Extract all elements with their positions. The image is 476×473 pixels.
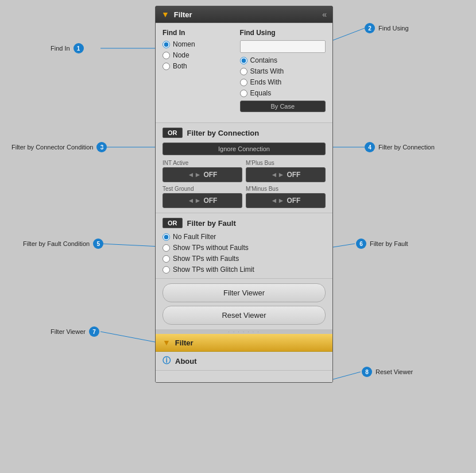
annotation-badge-8: 8 — [362, 367, 372, 377]
fault-with-faults-label: Show TPs with Faults — [173, 255, 239, 263]
find-using-radio-group: Contains Starts With Ends With Equals — [240, 56, 326, 97]
find-using-starts-with-radio[interactable] — [240, 68, 247, 75]
annotation-label-3: Filter by Connector Condition — [11, 144, 93, 151]
action-buttons: Filter Viewer Reset Viewer — [156, 279, 332, 329]
filter-fault-section: OR Filter by Fault No Fault Filter Show … — [156, 213, 332, 279]
toggle-test-ground-btn[interactable]: ◄► OFF — [162, 193, 242, 208]
find-using-contains-radio[interactable] — [240, 57, 247, 64]
filter-viewer-button[interactable]: Filter Viewer — [162, 283, 326, 302]
find-in-node-label: Node — [173, 51, 189, 59]
find-using-contains[interactable]: Contains — [240, 56, 326, 64]
find-in-nomen[interactable]: Nomen — [162, 40, 234, 48]
toggle-test-ground: Test Ground ◄► OFF — [162, 186, 242, 208]
tab-filter-label: Filter — [175, 339, 194, 347]
fault-glitch-limit[interactable]: Show TPs with Glitch Limit — [162, 266, 326, 274]
toggle-mplus-bus: M'Plus Bus ◄► OFF — [246, 160, 326, 182]
toggle-mminus-bus: M'Minus Bus ◄► OFF — [246, 186, 326, 208]
find-using-equals-label: Equals — [250, 89, 272, 97]
toggle-int-active: INT Active ◄► OFF — [162, 160, 242, 182]
find-using-equals-radio[interactable] — [240, 90, 247, 97]
title-bar-left: ▼ Filter — [161, 10, 192, 19]
toggle-test-ground-state: OFF — [203, 197, 217, 205]
fault-no-filter-radio[interactable] — [162, 233, 170, 241]
fault-without-faults[interactable]: Show TPs without Faults — [162, 244, 326, 252]
find-in-label: Find In — [162, 29, 234, 37]
find-in-both[interactable]: Both — [162, 62, 234, 70]
close-button[interactable]: « — [322, 10, 327, 19]
find-in-group: Find In Nomen Node Both — [162, 29, 234, 117]
annotation-label-8: Reset Viewer — [376, 368, 413, 375]
annotation-label-5: Filter by Fault Condition — [23, 240, 90, 247]
fault-no-filter[interactable]: No Fault Filter — [162, 233, 326, 241]
ignore-connection-button[interactable]: Ignore Connection — [162, 143, 326, 155]
bottom-tab-empty — [156, 371, 332, 382]
toggle-int-active-arrows: ◄► — [188, 171, 202, 179]
find-in-node[interactable]: Node — [162, 51, 234, 59]
toggle-mplus-bus-arrows: ◄► — [271, 171, 285, 179]
find-using-ends-with-label: Ends With — [250, 78, 282, 86]
find-in-nomen-label: Nomen — [173, 40, 195, 48]
toggle-test-ground-label: Test Ground — [162, 186, 242, 192]
find-in-both-label: Both — [173, 62, 187, 70]
annotation-badge-6: 6 — [356, 239, 366, 249]
filter-fault-title: Filter by Fault — [187, 219, 236, 228]
annotation-label-4: Filter by Connection — [378, 144, 435, 151]
tab-filter-icon: ▼ — [162, 338, 171, 347]
fault-glitch-limit-radio[interactable] — [162, 266, 170, 274]
fault-without-faults-label: Show TPs without Faults — [173, 244, 249, 252]
toggle-int-active-btn[interactable]: ◄► OFF — [162, 167, 242, 182]
filter-panel: ▼ Filter « Find In Nomen Node — [155, 6, 333, 383]
filter-fault-radio-group: No Fault Filter Show TPs without Faults … — [162, 233, 326, 274]
toggle-mminus-bus-state: OFF — [287, 197, 300, 205]
find-using-starts-with[interactable]: Starts With — [240, 67, 326, 75]
annotation-label-7: Filter Viewer — [51, 328, 86, 335]
find-using-ends-with[interactable]: Ends With — [240, 78, 326, 86]
annotation-6: 6 Filter by Fault — [356, 239, 408, 249]
tab-filter[interactable]: ▼ Filter — [156, 334, 332, 352]
filter-connection-title: Filter by Connection — [187, 129, 260, 137]
find-using-input[interactable] — [240, 40, 326, 53]
find-using-label: Find Using — [240, 29, 326, 37]
tab-about[interactable]: ⓘ About — [156, 352, 332, 371]
toggle-mminus-bus-arrows: ◄► — [271, 197, 285, 205]
fault-with-faults[interactable]: Show TPs with Faults — [162, 255, 326, 263]
toggle-mplus-bus-label: M'Plus Bus — [246, 160, 326, 166]
title-bar: ▼ Filter « — [156, 6, 332, 23]
toggle-grid: INT Active ◄► OFF M'Plus Bus ◄► OFF Test… — [162, 160, 326, 208]
find-using-ends-with-radio[interactable] — [240, 79, 247, 86]
fault-without-faults-radio[interactable] — [162, 244, 170, 252]
fault-no-filter-label: No Fault Filter — [173, 233, 216, 241]
find-in-radio-group: Nomen Node Both — [162, 40, 234, 70]
annotation-8: 8 Reset Viewer — [362, 367, 413, 377]
fault-glitch-limit-label: Show TPs with Glitch Limit — [173, 266, 254, 274]
annotation-label-1: Find In — [51, 45, 70, 52]
find-in-node-radio[interactable] — [162, 52, 170, 59]
by-case-button[interactable]: By Case — [240, 101, 326, 112]
find-in-nomen-radio[interactable] — [162, 41, 170, 48]
fault-with-faults-radio[interactable] — [162, 255, 170, 263]
resize-handle[interactable]: · · · · · · · — [156, 329, 332, 334]
find-section: Find In Nomen Node Both — [156, 23, 332, 123]
svg-line-7 — [333, 372, 361, 379]
find-in-both-radio[interactable] — [162, 63, 170, 70]
filter-fault-header: OR Filter by Fault — [162, 218, 326, 228]
find-using-equals[interactable]: Equals — [240, 89, 326, 97]
annotation-badge-3: 3 — [96, 142, 107, 152]
annotation-badge-2: 2 — [365, 23, 375, 33]
filter-connection-header: OR Filter by Connection — [162, 128, 326, 138]
filter-fault-or-badge: OR — [162, 218, 183, 228]
annotation-badge-4: 4 — [365, 142, 375, 152]
toggle-mminus-bus-btn[interactable]: ◄► OFF — [246, 193, 326, 208]
filter-title-icon: ▼ — [161, 10, 169, 19]
annotation-badge-1: 1 — [73, 43, 84, 53]
reset-viewer-button[interactable]: Reset Viewer — [162, 306, 326, 325]
annotation-5: Filter by Fault Condition 5 — [23, 239, 103, 249]
annotation-1: Find In 1 — [51, 43, 84, 53]
annotation-label-6: Filter by Fault — [370, 240, 408, 247]
annotation-2: 2 Find Using — [365, 23, 409, 33]
annotation-badge-7: 7 — [89, 326, 99, 337]
annotation-4: 4 Filter by Connection — [365, 142, 435, 152]
tab-about-label: About — [175, 357, 197, 366]
panel-title: Filter — [174, 10, 192, 19]
toggle-mplus-bus-btn[interactable]: ◄► OFF — [246, 167, 326, 182]
